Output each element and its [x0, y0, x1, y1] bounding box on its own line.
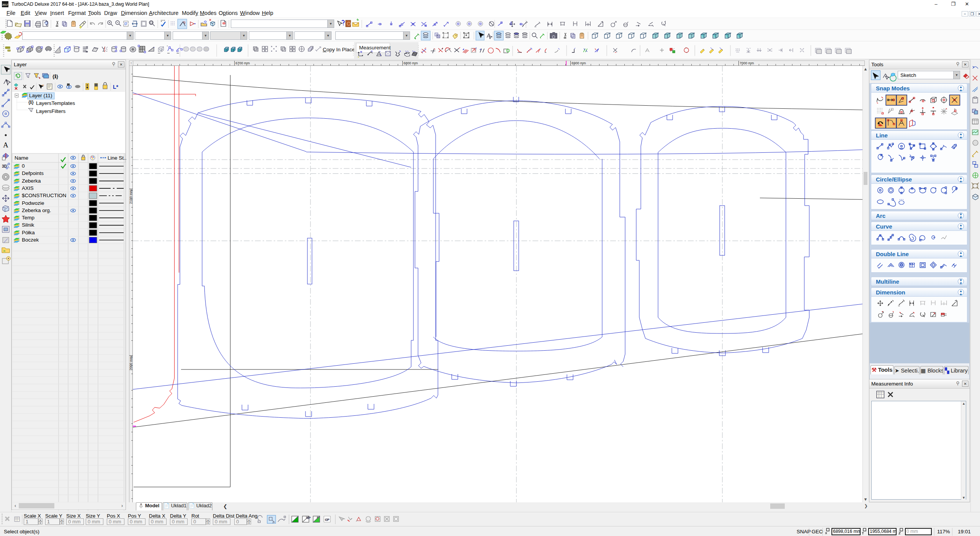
svg-text:CP: CP [325, 518, 329, 521]
svg-text:{ℹ}: {ℹ} [52, 74, 58, 79]
svg-text:**: ** [42, 84, 44, 87]
svg-text:{ℹ}: {ℹ} [28, 100, 34, 105]
svg-text:WP: WP [306, 516, 311, 519]
svg-text:L*: L* [113, 84, 119, 90]
svg-text:P: P [317, 516, 319, 519]
svg-text:A: A [3, 141, 8, 149]
